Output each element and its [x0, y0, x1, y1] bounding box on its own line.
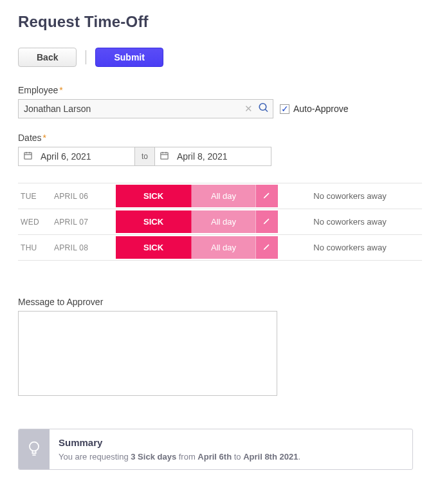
leave-type-cell[interactable]: SICK — [116, 185, 192, 207]
pencil-icon — [262, 191, 271, 201]
clear-icon[interactable]: ✕ — [244, 103, 253, 115]
date-to-input[interactable] — [154, 147, 271, 166]
submit-button[interactable]: Submit — [95, 48, 163, 67]
calendar-icon — [23, 151, 33, 162]
day-of-week: THU — [18, 235, 54, 260]
table-row: THU APRIL 08 SICK All day No coworkers a… — [18, 235, 422, 261]
required-mark: * — [43, 133, 46, 143]
date-from-input[interactable] — [18, 147, 135, 166]
table-row: WED APRIL 07 SICK All day No coworkers a… — [18, 209, 422, 235]
check-icon: ✓ — [281, 104, 289, 113]
svg-point-0 — [259, 104, 266, 111]
coworkers-away: No coworkers away — [278, 235, 422, 260]
coworkers-away: No coworkers away — [278, 183, 422, 209]
day-date: APRIL 06 — [54, 183, 116, 209]
employee-input[interactable] — [18, 99, 273, 118]
actions-bar: Back Submit — [18, 48, 422, 67]
required-mark: * — [59, 85, 62, 95]
day-of-week: WED — [18, 209, 54, 234]
employee-label: Employee* — [18, 85, 422, 95]
leave-type-cell[interactable]: SICK — [116, 236, 192, 259]
day-date: APRIL 08 — [54, 235, 116, 260]
svg-line-1 — [265, 109, 268, 112]
employee-label-text: Employee — [18, 85, 58, 95]
auto-approve-label: Auto-Approve — [293, 104, 349, 114]
employee-field: Employee* ✕ ✓ Auto-Approve — [18, 85, 422, 118]
edit-day-button[interactable] — [256, 236, 278, 259]
message-textarea[interactable] — [18, 311, 277, 396]
message-field: Message to Approver — [18, 297, 422, 429]
day-date: APRIL 07 — [54, 209, 116, 234]
message-label: Message to Approver — [18, 297, 422, 307]
summary-panel: Summary You are requesting 3 Sick days f… — [18, 429, 413, 470]
calendar-icon — [160, 151, 169, 162]
edit-day-button[interactable] — [256, 210, 278, 233]
duration-cell[interactable]: All day — [192, 210, 256, 233]
divider — [86, 50, 86, 64]
day-of-week: TUE — [18, 183, 54, 209]
to-separator: to — [135, 147, 154, 166]
svg-rect-2 — [24, 153, 32, 159]
search-icon[interactable] — [258, 102, 270, 116]
days-table: TUE APRIL 06 SICK All day No coworkers a… — [18, 183, 422, 261]
svg-point-10 — [30, 442, 39, 451]
lightbulb-icon — [19, 429, 50, 469]
dates-label-text: Dates — [18, 133, 42, 143]
summary-title: Summary — [59, 437, 300, 448]
duration-cell[interactable]: All day — [192, 185, 256, 207]
dates-label: Dates* — [18, 133, 422, 143]
svg-rect-6 — [161, 153, 168, 159]
page-title: Request Time-Off — [18, 13, 422, 31]
auto-approve-checkbox[interactable]: ✓ Auto-Approve — [280, 104, 349, 114]
back-button[interactable]: Back — [18, 48, 77, 67]
pencil-icon — [262, 216, 271, 227]
pencil-icon — [262, 242, 271, 253]
duration-cell[interactable]: All day — [192, 236, 256, 259]
edit-day-button[interactable] — [256, 185, 278, 207]
table-row: TUE APRIL 06 SICK All day No coworkers a… — [18, 183, 422, 209]
summary-text: You are requesting 3 Sick days from Apri… — [59, 452, 300, 462]
coworkers-away: No coworkers away — [278, 209, 422, 234]
dates-field: Dates* to — [18, 133, 422, 166]
leave-type-cell[interactable]: SICK — [116, 210, 192, 233]
